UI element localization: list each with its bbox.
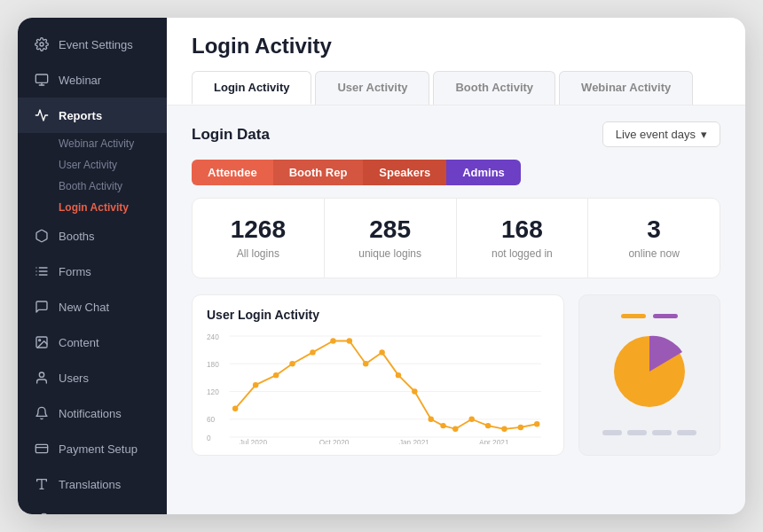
- sidebar-item-webinar[interactable]: Webinar: [18, 62, 167, 98]
- cube-icon: [34, 228, 50, 244]
- live-event-days-dropdown[interactable]: Live event days ▾: [602, 121, 720, 147]
- stat-label-unique-logins: unique logins: [339, 247, 442, 260]
- sidebar-item-label: Notifications: [59, 407, 122, 420]
- svg-text:Jul 2020: Jul 2020: [240, 439, 268, 444]
- stat-number-unique-logins: 285: [339, 216, 442, 244]
- svg-point-12: [39, 372, 43, 377]
- svg-point-11: [39, 340, 41, 341]
- sidebar-item-notifications[interactable]: Notifications: [18, 395, 167, 431]
- svg-point-43: [412, 388, 417, 394]
- svg-point-46: [452, 426, 458, 431]
- tab-webinar-activity[interactable]: Webinar Activity: [559, 71, 693, 105]
- sidebar-item-label: Reports: [59, 109, 102, 122]
- svg-rect-13: [35, 444, 47, 452]
- user-icon: [34, 370, 50, 386]
- svg-point-39: [347, 338, 352, 343]
- stats-row: 1268 All logins 285 unique logins 168 no…: [192, 198, 720, 278]
- sidebar-item-translations[interactable]: Translations: [18, 466, 167, 502]
- stat-label-online-now: online now: [602, 247, 705, 260]
- stat-card-all-logins: 1268 All logins: [193, 199, 325, 278]
- sidebar-item-label: Event Settings: [59, 38, 133, 51]
- stat-card-unique-logins: 285 unique logins: [325, 199, 457, 278]
- chat-icon: [34, 299, 50, 315]
- image-icon: [34, 334, 50, 350]
- sidebar-item-label: Integrations: [59, 513, 119, 515]
- svg-point-37: [310, 349, 315, 355]
- stat-label-all-logins: All logins: [207, 247, 310, 260]
- svg-point-38: [330, 338, 335, 343]
- svg-text:0: 0: [207, 434, 211, 442]
- svg-point-44: [429, 416, 434, 421]
- tab-login-activity[interactable]: Login Activity: [192, 71, 311, 105]
- pie-chart: [578, 294, 720, 456]
- svg-point-36: [289, 361, 295, 366]
- line-chart-svg: 240 180 120 60 0 Jul 2020 Oct 2020: [207, 329, 549, 444]
- svg-point-40: [363, 361, 368, 366]
- chart-icon: [34, 107, 50, 123]
- legend-dot-yellow: [621, 314, 646, 318]
- sidebar-item-event-settings[interactable]: Event Settings: [18, 27, 167, 62]
- sidebar-item-label: New Chat: [59, 301, 109, 314]
- filter-tabs: Attendee Booth Rep Speakers Admins: [192, 160, 720, 185]
- content-area: Login Data Live event days ▾ Attendee Bo…: [167, 106, 745, 514]
- stat-card-online-now: 3 online now: [588, 199, 720, 278]
- sidebar: Event Settings Webinar Reports Webinar A…: [18, 18, 167, 514]
- pie-svg: [605, 327, 694, 416]
- sidebar-item-reports[interactable]: Reports: [18, 98, 167, 133]
- login-data-header: Login Data Live event days ▾: [192, 121, 720, 147]
- sidebar-sub-item-login-activity[interactable]: Login Activity: [59, 197, 167, 218]
- sidebar-item-payment-setup[interactable]: Payment Setup: [18, 431, 167, 466]
- svg-text:Oct 2020: Oct 2020: [319, 439, 350, 444]
- svg-point-47: [468, 416, 474, 421]
- svg-point-33: [232, 405, 238, 411]
- svg-point-49: [501, 426, 507, 431]
- sidebar-sub-item-user-activity[interactable]: User Activity: [59, 154, 167, 176]
- sidebar-item-new-chat[interactable]: New Chat: [18, 289, 167, 325]
- svg-point-50: [518, 425, 523, 430]
- sidebar-item-forms[interactable]: Forms: [18, 254, 167, 289]
- sidebar-sub-item-booth-activity[interactable]: Booth Activity: [59, 176, 167, 197]
- tab-booth-activity[interactable]: Booth Activity: [433, 71, 555, 105]
- sidebar-item-label: Translations: [59, 478, 121, 491]
- sidebar-item-label: Users: [59, 372, 89, 385]
- sidebar-item-label: Booths: [59, 230, 94, 243]
- chevron-down-icon: ▾: [701, 128, 707, 141]
- dropdown-label: Live event days: [616, 128, 696, 141]
- stat-number-all-logins: 1268: [207, 216, 310, 244]
- svg-text:Apr 2021: Apr 2021: [479, 439, 509, 444]
- sidebar-item-users[interactable]: Users: [18, 360, 167, 395]
- sidebar-item-integrations[interactable]: Integrations: [18, 502, 167, 514]
- tab-user-activity[interactable]: User Activity: [315, 71, 429, 105]
- sidebar-sub-item-webinar-activity[interactable]: Webinar Activity: [59, 133, 167, 154]
- svg-rect-1: [35, 74, 47, 82]
- pie-bottom-dots: [602, 430, 696, 435]
- svg-point-35: [273, 372, 279, 378]
- page-title: Login Activity: [192, 34, 720, 59]
- svg-text:240: 240: [207, 332, 219, 340]
- sidebar-item-label: Webinar: [59, 74, 101, 87]
- svg-point-42: [396, 372, 401, 378]
- filter-tab-attendee[interactable]: Attendee: [192, 160, 273, 185]
- svg-point-34: [253, 382, 258, 387]
- dollar-icon: [34, 441, 50, 457]
- pie-dot-2: [627, 430, 647, 435]
- tab-bar: Login Activity User Activity Booth Activ…: [192, 71, 720, 105]
- svg-text:180: 180: [207, 361, 219, 369]
- filter-tab-speakers[interactable]: Speakers: [363, 160, 446, 185]
- text-icon: [34, 476, 50, 492]
- pie-legend: [621, 314, 678, 318]
- filter-tab-admins[interactable]: Admins: [446, 160, 521, 185]
- sidebar-item-content[interactable]: Content: [18, 325, 167, 360]
- sidebar-sub-reports: Webinar Activity User Activity Booth Act…: [18, 133, 167, 218]
- gear-icon: [34, 36, 50, 52]
- sidebar-item-label: Forms: [59, 265, 91, 278]
- list-icon: [34, 263, 50, 279]
- pie-dot-4: [677, 430, 696, 435]
- stat-label-not-logged-in: not logged in: [471, 247, 574, 260]
- pie-container: [605, 327, 694, 416]
- svg-point-45: [440, 423, 445, 428]
- pie-dot-1: [602, 430, 622, 435]
- sidebar-item-booths[interactable]: Booths: [18, 218, 167, 254]
- filter-tab-booth-rep[interactable]: Booth Rep: [273, 160, 364, 185]
- puzzle-icon: [34, 512, 50, 514]
